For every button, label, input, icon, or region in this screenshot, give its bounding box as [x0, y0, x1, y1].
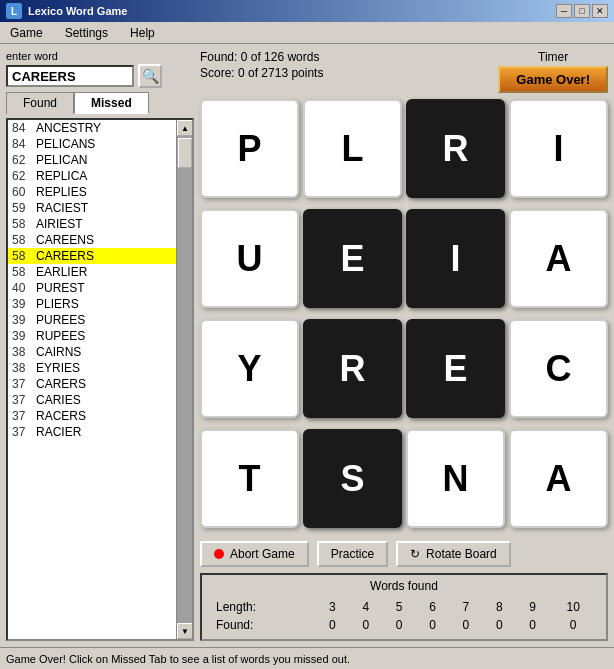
status-text: Game Over! Click on Missed Tab to see a …: [6, 653, 350, 665]
wf-found-cell: 0: [550, 617, 596, 633]
abort-label: Abort Game: [230, 547, 295, 561]
word-list-item: 39RUPEES: [8, 328, 176, 344]
maximize-button[interactable]: □: [574, 4, 590, 18]
menu-settings[interactable]: Settings: [59, 24, 114, 42]
top-info: Found: 0 of 126 words Score: 0 of 2713 p…: [200, 50, 608, 93]
board-tile[interactable]: A: [509, 429, 608, 528]
board-tile[interactable]: R: [406, 99, 505, 198]
word-score: 40: [12, 281, 32, 295]
wf-found-cell: 0: [484, 617, 515, 633]
board-tile[interactable]: L: [303, 99, 402, 198]
game-over-button[interactable]: Game Over!: [498, 66, 608, 93]
tab-bar: Found Missed: [6, 92, 194, 114]
board-tile[interactable]: U: [200, 209, 299, 308]
title-bar: L Lexico Word Game ─ □ ✕: [0, 0, 614, 22]
word-text: RUPEES: [36, 329, 85, 343]
word-score: 39: [12, 313, 32, 327]
board-tile[interactable]: A: [509, 209, 608, 308]
word-input[interactable]: [6, 65, 134, 87]
word-text: RACERS: [36, 409, 86, 423]
scrollbar[interactable]: ▲ ▼: [176, 120, 192, 639]
word-text: RACIER: [36, 425, 81, 439]
word-score: 38: [12, 345, 32, 359]
board-tile[interactable]: P: [200, 99, 299, 198]
input-field-row: 🔍: [6, 64, 194, 88]
scroll-track[interactable]: [177, 136, 192, 623]
word-score: 84: [12, 137, 32, 151]
rotate-board-button[interactable]: ↻ Rotate Board: [396, 541, 511, 567]
word-score: 37: [12, 393, 32, 407]
rotate-label: Rotate Board: [426, 547, 497, 561]
word-list-item: 37RACIER: [8, 424, 176, 440]
board-tile[interactable]: Y: [200, 319, 299, 418]
board-tile[interactable]: R: [303, 319, 402, 418]
app-icon: L: [6, 3, 22, 19]
close-button[interactable]: ✕: [592, 4, 608, 18]
scroll-down-arrow[interactable]: ▼: [177, 623, 193, 639]
word-score: 62: [12, 153, 32, 167]
word-text: EYRIES: [36, 361, 80, 375]
word-score: 58: [12, 249, 32, 263]
word-text: CAIRNS: [36, 345, 81, 359]
board-tile[interactable]: E: [303, 209, 402, 308]
score-text: Score: 0 of 2713 points: [200, 66, 323, 80]
wf-found-cell: 0: [317, 617, 348, 633]
tab-found[interactable]: Found: [6, 92, 74, 114]
wf-found-cell: 0: [417, 617, 448, 633]
scroll-thumb[interactable]: [178, 138, 192, 168]
word-score: 38: [12, 361, 32, 375]
wf-header-cell: 3: [317, 599, 348, 615]
word-list-item: 58CAREENS: [8, 232, 176, 248]
input-label: enter word: [6, 50, 194, 62]
input-row: enter word 🔍: [6, 50, 194, 88]
menu-game[interactable]: Game: [4, 24, 49, 42]
word-score: 59: [12, 201, 32, 215]
wf-header-cell: 7: [450, 599, 481, 615]
board-tile[interactable]: T: [200, 429, 299, 528]
word-list-item: 58CAREERS: [8, 248, 176, 264]
board-tile[interactable]: S: [303, 429, 402, 528]
title-bar-left: L Lexico Word Game: [6, 3, 127, 19]
wf-header-cell: 5: [383, 599, 414, 615]
word-text: AIRIEST: [36, 217, 83, 231]
board-tile[interactable]: N: [406, 429, 505, 528]
wf-header-cell: 9: [517, 599, 548, 615]
word-list-item: 37RACERS: [8, 408, 176, 424]
scroll-up-arrow[interactable]: ▲: [177, 120, 193, 136]
board-tile[interactable]: C: [509, 319, 608, 418]
word-score: 39: [12, 297, 32, 311]
tab-missed[interactable]: Missed: [74, 92, 149, 114]
wf-found-cell: 0: [383, 617, 414, 633]
word-list-item: 62REPLICA: [8, 168, 176, 184]
board-tile[interactable]: I: [509, 99, 608, 198]
board-tile[interactable]: I: [406, 209, 505, 308]
word-score: 62: [12, 169, 32, 183]
right-panel: Found: 0 of 126 words Score: 0 of 2713 p…: [200, 50, 608, 641]
word-text: EARLIER: [36, 265, 87, 279]
word-text: REPLIES: [36, 185, 87, 199]
submit-button[interactable]: 🔍: [138, 64, 162, 88]
word-text: PELICAN: [36, 153, 87, 167]
wf-header-cell: 10: [550, 599, 596, 615]
submit-icon: 🔍: [142, 68, 159, 84]
word-text: ANCESTRY: [36, 121, 101, 135]
word-list-item: 58AIRIEST: [8, 216, 176, 232]
words-found-panel: Words found Length:345678910Found:000000…: [200, 573, 608, 641]
timer-label: Timer: [538, 50, 568, 64]
abort-game-button[interactable]: Abort Game: [200, 541, 309, 567]
word-list-item: 40PUREST: [8, 280, 176, 296]
practice-button[interactable]: Practice: [317, 541, 388, 567]
game-board: PLRIUEIAYRECTSNA: [200, 99, 608, 535]
menu-help[interactable]: Help: [124, 24, 161, 42]
word-text: PUREES: [36, 313, 85, 327]
wf-found-cell: 0: [517, 617, 548, 633]
wf-header-cell: 8: [484, 599, 515, 615]
minimize-button[interactable]: ─: [556, 4, 572, 18]
board-tile[interactable]: E: [406, 319, 505, 418]
word-list-item: 39PUREES: [8, 312, 176, 328]
word-list-item: 58EARLIER: [8, 264, 176, 280]
word-text: RACIEST: [36, 201, 88, 215]
wf-header-cell: 4: [350, 599, 381, 615]
word-score: 37: [12, 377, 32, 391]
words-found-title: Words found: [210, 579, 598, 593]
